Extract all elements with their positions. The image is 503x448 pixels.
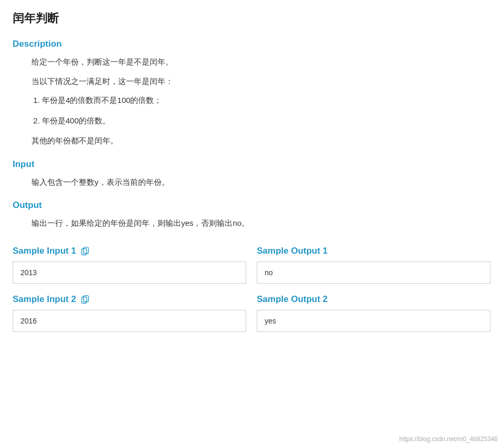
svg-rect-3 [82,297,87,303]
input-text: 输入包含一个整数y，表示当前的年份。 [32,175,490,190]
desc-footer: 其他的年份都不是闰年。 [32,133,490,149]
sample-input-col-1: Sample Input 12013 [13,246,246,294]
sample-input-label-text-2: Sample Input 2 [13,294,76,305]
sample-output-label-text-1: Sample Output 1 [257,246,328,256]
sample-input-box-1: 2013 [13,262,246,284]
desc-list-item-1: 年份是4的倍数而不是100的倍数； [42,93,490,108]
input-content: 输入包含一个整数y，表示当前的年份。 [32,175,490,190]
copy-icon-1[interactable] [80,246,90,256]
copy-icon-2[interactable] [80,295,90,304]
sample-output-col-2: Sample Output 2yes [257,294,490,342]
svg-rect-1 [82,248,87,255]
sample-output-box-1: no [257,262,490,284]
desc-para-1: 给定一个年份，判断这一年是不是闰年。 [32,55,490,70]
sample-input-col-2: Sample Input 22016 [13,294,246,342]
input-heading: Input [13,159,490,170]
sample-input-label-text-1: Sample Input 1 [13,246,76,256]
sample-output-label-1: Sample Output 1 [257,246,490,256]
output-text: 输出一行，如果给定的年份是闰年，则输出yes，否则输出no。 [32,216,490,231]
description-list: 年份是4的倍数而不是100的倍数； 年份是400的倍数。 [42,93,490,128]
output-content: 输出一行，如果给定的年份是闰年，则输出yes，否则输出no。 [32,216,490,231]
output-heading: Output [13,200,490,211]
description-heading: Description [13,39,490,49]
samples-grid: Sample Input 12013Sample Output 1noSampl… [13,246,490,342]
sample-input-box-2: 2016 [13,310,246,332]
desc-para-2: 当以下情况之一满足时，这一年是闰年： [32,74,490,89]
description-content: 给定一个年份，判断这一年是不是闰年。 当以下情况之一满足时，这一年是闰年： 年份… [32,55,490,149]
desc-list-item-2: 年份是400的倍数。 [42,113,490,129]
sample-input-label-2: Sample Input 2 [13,294,246,305]
sample-input-label-1: Sample Input 1 [13,246,246,256]
page-title: 闰年判断 [13,11,490,26]
sample-output-label-2: Sample Output 2 [257,294,490,305]
svg-rect-2 [83,295,88,301]
sample-output-box-2: yes [257,310,490,332]
svg-rect-0 [83,247,88,253]
sample-output-label-text-2: Sample Output 2 [257,294,328,305]
sample-output-col-1: Sample Output 1no [257,246,490,294]
